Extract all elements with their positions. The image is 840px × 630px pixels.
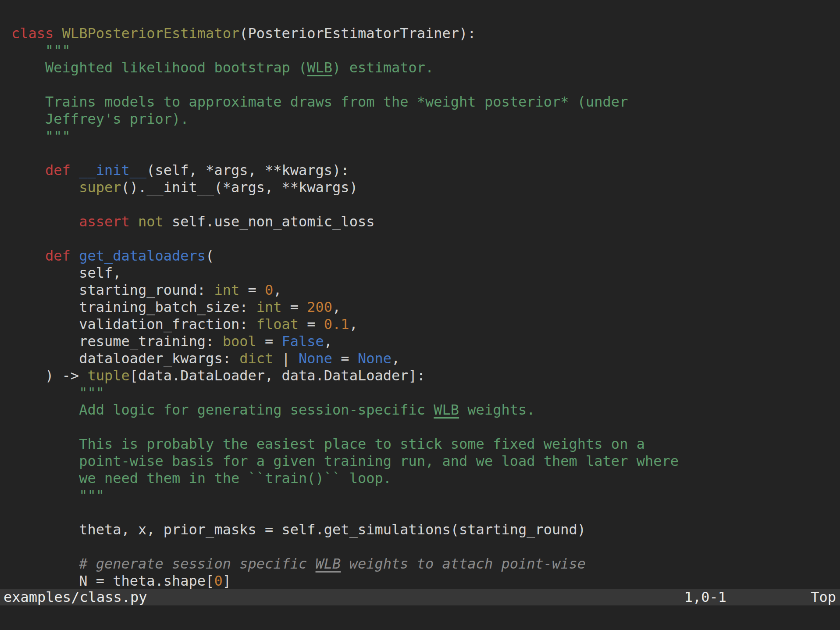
code-token: = [282,299,307,315]
code-token: ) estimator. [332,59,434,76]
code-token: int [214,282,239,298]
code-token: = [332,350,358,367]
code-token: training_batch_size: [11,299,256,315]
code-token: dataloader_kwargs: [11,350,239,367]
code-line: assert not self.use_non_atomic_loss [11,213,679,230]
code-token: def [11,247,71,264]
code-line [11,504,679,521]
code-line: """ [11,42,679,59]
code-line: Jeffrey's prior). [11,111,679,128]
code-token: """ [11,42,71,59]
code-line: Trains models to approximate draws from … [11,93,679,111]
code-line [11,419,679,436]
code-token: False [282,333,324,350]
code-token: Add logic for generating session-specifi… [11,401,434,418]
code-token: This is probably the easiest place to st… [11,436,645,452]
code-token: WLB [434,401,459,418]
code-line: N = theta.shape[0] [11,573,679,590]
code-token: None [358,350,392,367]
code-token: [data.DataLoader, data.DataLoader]: [130,367,425,384]
status-filename: examples/class.py [4,589,147,605]
code-token: 200 [307,299,332,315]
code-token: = [239,282,265,298]
code-token: ] [223,573,231,589]
code-token: """ [11,384,104,401]
code-token: WLB [316,555,341,572]
code-line: dataloader_kwargs: dict | None = None, [11,350,679,367]
code-line: starting_round: int = 0, [11,282,679,299]
code-line: Weighted likelihood bootstrap (WLB) esti… [11,59,679,76]
code-line: def __init__(self, *args, **kwargs): [11,162,679,179]
code-line: This is probably the easiest place to st… [11,436,679,453]
code-token: starting_round: [11,282,214,298]
code-line: """ [11,487,679,504]
code-line: # generate session specific WLB weights … [11,555,679,573]
code-token: """ [11,128,71,144]
code-token: tuple [87,367,129,384]
code-token: point-wise basis for a given training ru… [11,453,679,469]
code-token: 0 [265,282,273,298]
code-line: Add logic for generating session-specifi… [11,401,679,419]
status-bar: examples/class.py 1,0-1 Top [0,589,840,605]
code-token: self.use_non_atomic_loss [164,213,375,230]
status-scroll-indicator: Top [811,589,836,605]
code-token: ( [206,247,214,264]
code-token [53,25,62,42]
code-token: , [349,316,358,333]
code-line [11,196,679,213]
code-token: self, [11,265,121,281]
code-token: , [392,350,400,367]
code-token: ().__init__(*args, **kwargs) [121,179,357,196]
code-token: (self, *args, **kwargs): [146,162,349,179]
code-token: = [256,333,282,350]
code-token: Jeffrey's prior). [11,111,189,127]
code-line [11,76,679,93]
code-area[interactable]: class WLBPosteriorEstimator(PosteriorEst… [11,25,679,590]
code-token: resume_training: [11,333,223,350]
code-line: def get_dataloaders( [11,247,679,265]
code-line: validation_fraction: float = 0.1, [11,316,679,333]
code-token: # generate session specific [11,555,316,572]
code-token: WLBPosteriorEstimator [62,25,240,42]
code-token: = [299,316,324,333]
code-token: float [256,316,299,333]
code-token [130,213,138,230]
code-token: weights to attach point-wise [341,555,586,572]
code-token: (PosteriorEstimatorTrainer): [239,25,476,42]
code-token: Weighted likelihood bootstrap ( [11,59,307,76]
code-token: validation_fraction: [11,316,256,333]
code-line: ) -> tuple[data.DataLoader, data.DataLoa… [11,367,679,384]
code-token: dict [239,350,273,367]
code-line: training_batch_size: int = 200, [11,299,679,316]
code-line [11,230,679,247]
code-line: """ [11,128,679,145]
code-line: resume_training: bool = False, [11,333,679,350]
code-token: , [332,299,341,315]
code-token [71,162,79,179]
code-token: theta, x, prior_masks = self.get_simulat… [11,521,586,538]
code-token: weights. [459,401,535,418]
code-token: super [11,179,121,196]
code-token: Trains models to approximate draws from … [11,93,628,110]
code-line: class WLBPosteriorEstimator(PosteriorEst… [11,25,679,42]
status-cursor-position: 1,0-1 [684,589,726,605]
code-token: get_dataloaders [79,247,206,264]
code-line: point-wise basis for a given training ru… [11,453,679,470]
code-line: """ [11,384,679,401]
code-line [11,538,679,555]
code-token: int [256,299,282,315]
code-token: assert [11,213,130,230]
code-token: N = theta.shape[ [11,573,214,589]
code-token: def [11,162,71,179]
code-token: , [273,282,281,298]
code-line: we need them in the ``train()`` loop. [11,470,679,487]
code-token: ) -> [11,367,87,384]
code-token: WLB [307,59,332,76]
code-token: we need them in the ``train()`` loop. [11,470,392,487]
code-token: 0.1 [324,316,349,333]
command-line [0,605,840,630]
code-token: class [11,25,53,42]
code-line: self, [11,265,679,282]
vim-editor: class WLBPosteriorEstimator(PosteriorEst… [0,0,840,630]
code-token: None [299,350,332,367]
